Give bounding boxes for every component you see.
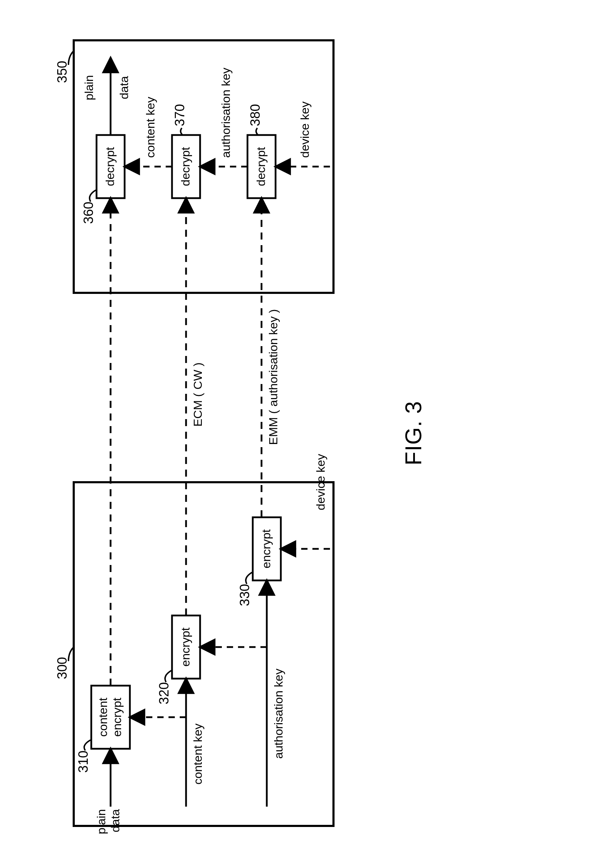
- label-ecm: ECM ( CW ): [191, 362, 204, 427]
- label-plain-out: plain: [82, 75, 95, 100]
- ref-310: 310: [76, 750, 90, 773]
- figure-label: FIG. 3: [401, 401, 426, 465]
- figure-page: 300 content encrypt 310 encrypt 320 encr…: [0, 0, 595, 868]
- leader-370: [181, 128, 182, 135]
- ref-370: 370: [172, 104, 187, 126]
- leader-320: [165, 670, 171, 682]
- label-device-key-left: device key: [314, 454, 327, 510]
- leader-330: [246, 572, 252, 584]
- block-330-label: encrypt: [259, 529, 273, 568]
- ref-380: 380: [248, 104, 263, 126]
- ref-300: 300: [55, 657, 70, 679]
- block-370-label: decrypt: [179, 147, 192, 186]
- ref-350: 350: [55, 61, 70, 83]
- ref-320: 320: [157, 682, 171, 704]
- label-data-in: data: [108, 809, 122, 832]
- block-310-line1: content: [96, 698, 110, 737]
- label-content-key-in: content key: [191, 723, 204, 785]
- label-data-out: data: [117, 76, 130, 99]
- leader-380: [256, 128, 258, 135]
- block-360-label: decrypt: [103, 147, 117, 186]
- label-auth-key-in: authorisation key: [272, 669, 285, 759]
- ref-330: 330: [237, 584, 252, 606]
- block-310-line2: encrypt: [110, 698, 124, 737]
- label-plain-in: plain: [95, 809, 108, 834]
- ref-360: 360: [81, 202, 96, 224]
- block-320-label: encrypt: [179, 627, 192, 667]
- label-emm: EMM ( authorisation key ): [266, 309, 280, 445]
- leader-310: [84, 740, 90, 750]
- label-content-key-right: content key: [144, 97, 157, 158]
- block-380-label: decrypt: [254, 147, 268, 186]
- figure-svg: 300 content encrypt 310 encrypt 320 encr…: [0, 0, 595, 868]
- label-auth-key-right: authorisation key: [219, 68, 232, 158]
- label-device-key-right: device key: [298, 101, 311, 158]
- leader-360: [90, 190, 96, 202]
